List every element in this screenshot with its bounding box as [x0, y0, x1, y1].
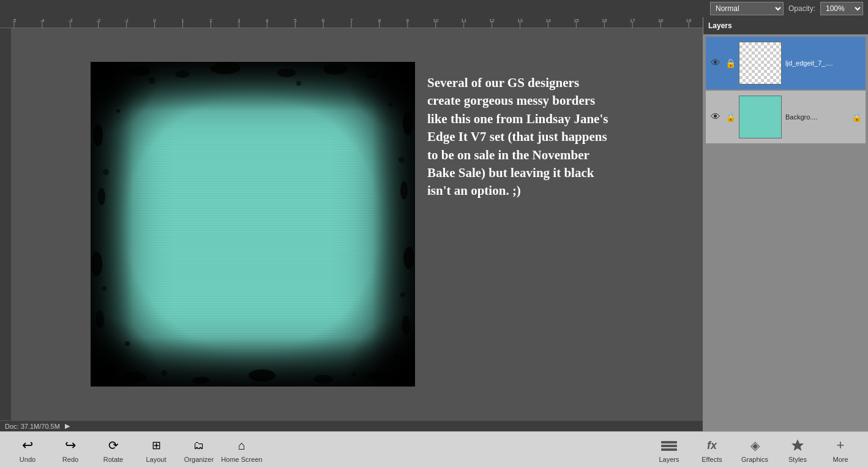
text-overlay: Several of our GS designers create gorge… [415, 62, 623, 213]
svg-text:-2: -2 [96, 18, 101, 23]
svg-text:14: 14 [545, 18, 551, 23]
svg-text:8: 8 [378, 18, 381, 23]
layers-title: Layers [708, 21, 732, 30]
layer-item-grunge[interactable]: 👁 🔒 ljd_edgeit_7_.... [706, 37, 866, 89]
layer-item-background[interactable]: 👁 🔒 Backgro.... 🔒 [706, 91, 866, 143]
main-area: -5-4-3-2-1012345678910111213141516171819 [0, 17, 868, 431]
svg-text:-3: -3 [68, 18, 73, 23]
layer-lock-badge: 🔒 [851, 112, 862, 122]
styles-button[interactable]: Styles [776, 433, 819, 467]
svg-rect-88 [661, 448, 677, 451]
effects-label: Effects [702, 456, 722, 463]
opacity-select[interactable]: 100% 90% 80% 50% [820, 2, 863, 15]
svg-text:19: 19 [686, 18, 692, 23]
layout-icon: ⊞ [148, 437, 165, 454]
layers-label: Layers [659, 456, 679, 463]
rotate-icon: ⟳ [105, 437, 122, 454]
layer-lock-icon[interactable]: 🔒 [725, 58, 735, 68]
grunge-corner-tl [91, 62, 164, 135]
graphics-icon: ◈ [746, 437, 763, 454]
ruler-h-inner: -5-4-3-2-1012345678910111213141516171819 [0, 17, 703, 28]
organizer-label: Organizer [184, 456, 214, 463]
canvas-area: -5-4-3-2-1012345678910111213141516171819 [0, 17, 703, 431]
styles-icon [789, 437, 806, 454]
svg-text:1: 1 [181, 18, 184, 23]
more-label: More [832, 456, 848, 463]
svg-text:11: 11 [461, 18, 466, 23]
svg-text:3: 3 [238, 18, 241, 23]
svg-marker-89 [791, 439, 804, 451]
svg-text:9: 9 [406, 18, 410, 23]
layers-button[interactable]: Layers [648, 433, 690, 467]
more-button[interactable]: + More [819, 433, 862, 467]
undo-button[interactable]: ↩ Undo [6, 433, 49, 467]
svg-text:6: 6 [322, 18, 325, 23]
layers-list[interactable]: 👁 🔒 ljd_edgeit_7_.... 👁 🔒 Backgro.... 🔒 [703, 34, 868, 431]
status-arrow: ▶ [65, 422, 70, 430]
layout-button[interactable]: ⊞ Layout [135, 433, 178, 467]
svg-rect-86 [661, 441, 677, 443]
layer-visibility-eye-2[interactable]: 👁 [709, 111, 722, 123]
svg-text:-4: -4 [40, 18, 45, 23]
svg-text:4: 4 [266, 18, 269, 23]
layer-visibility-eye[interactable]: 👁 [709, 58, 722, 69]
organizer-button[interactable]: 🗂 Organizer [178, 433, 220, 467]
layers-header: Layers [703, 17, 868, 34]
rotate-button[interactable]: ⟳ Rotate [92, 433, 135, 467]
opacity-label: Opacity: [788, 4, 815, 13]
layers-icon [660, 437, 678, 454]
svg-text:15: 15 [574, 18, 579, 23]
svg-text:-1: -1 [124, 18, 129, 23]
layer-name-grunge: ljd_edgeit_7_.... [785, 59, 862, 67]
canvas-workspace[interactable]: Several of our GS designers create gorge… [11, 28, 703, 420]
svg-text:5: 5 [294, 18, 297, 23]
canvas-content: Several of our GS designers create gorge… [0, 28, 703, 420]
svg-text:12: 12 [489, 18, 495, 23]
home-icon: ⌂ [233, 437, 250, 454]
layer-name-background: Backgro.... [785, 113, 848, 121]
svg-text:13: 13 [517, 18, 523, 23]
home-label: Home Screen [221, 456, 262, 463]
effects-icon: fx [703, 437, 720, 454]
organizer-icon: 🗂 [190, 437, 208, 454]
undo-label: Undo [20, 456, 36, 463]
svg-rect-87 [661, 445, 677, 447]
layers-panel: Layers 👁 🔒 ljd_edgeit_7_.... 👁 🔒 Backgro… [703, 17, 868, 431]
svg-text:18: 18 [658, 18, 664, 23]
canvas-image-area [91, 62, 415, 387]
layer-lock-icon-2[interactable]: 🔒 [725, 112, 735, 122]
top-bar: Normal Dissolve Multiply Screen Overlay … [0, 0, 868, 17]
redo-icon: ↪ [62, 437, 79, 454]
svg-text:10: 10 [433, 18, 438, 23]
blend-mode-select[interactable]: Normal Dissolve Multiply Screen Overlay [710, 2, 784, 15]
grunge-corner-br [342, 313, 415, 387]
undo-icon: ↩ [19, 437, 36, 454]
status-text: Doc: 37.1M/70.5M [5, 423, 60, 430]
graphics-label: Graphics [741, 456, 768, 463]
effects-button[interactable]: fx Effects [690, 433, 733, 467]
grunge-corner-bl [91, 313, 164, 387]
ruler-vertical [0, 28, 11, 420]
styles-label: Styles [788, 456, 807, 463]
grunge-corner-tr [342, 62, 415, 135]
svg-rect-51 [0, 28, 11, 420]
layer-thumbnail-grunge [739, 42, 782, 85]
graphics-button[interactable]: ◈ Graphics [733, 433, 776, 467]
redo-label: Redo [62, 456, 78, 463]
home-screen-button[interactable]: ⌂ Home Screen [220, 433, 263, 467]
more-icon: + [832, 437, 849, 454]
image-composition: Several of our GS designers create gorge… [91, 62, 623, 387]
redo-button[interactable]: ↪ Redo [49, 433, 92, 467]
ruler-horizontal: -5-4-3-2-1012345678910111213141516171819 [0, 17, 703, 28]
main-text: Several of our GS designers create gorge… [427, 74, 611, 200]
svg-text:17: 17 [630, 18, 635, 23]
status-bar: Doc: 37.1M/70.5M ▶ [0, 420, 703, 431]
layout-label: Layout [146, 456, 166, 463]
svg-text:2: 2 [209, 18, 212, 23]
svg-text:0: 0 [153, 18, 156, 23]
svg-text:16: 16 [602, 18, 607, 23]
bottom-toolbar: ↩ Undo ↪ Redo ⟳ Rotate ⊞ Layout 🗂 Organi… [0, 431, 868, 468]
svg-text:7: 7 [350, 18, 353, 23]
rotate-label: Rotate [103, 456, 123, 463]
svg-text:-5: -5 [12, 18, 17, 23]
